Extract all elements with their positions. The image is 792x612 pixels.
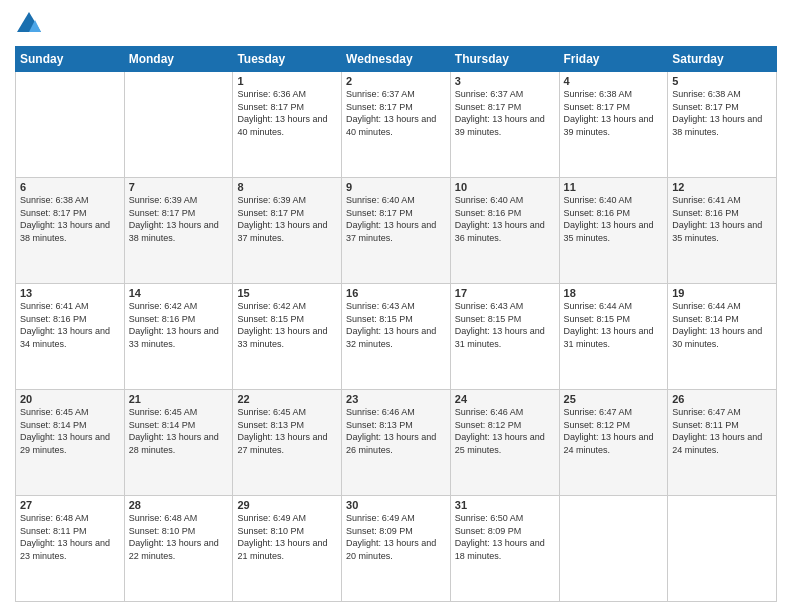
day-info: Sunrise: 6:42 AM Sunset: 8:16 PM Dayligh… [129,300,229,350]
day-info: Sunrise: 6:38 AM Sunset: 8:17 PM Dayligh… [20,194,120,244]
day-info: Sunrise: 6:41 AM Sunset: 8:16 PM Dayligh… [672,194,772,244]
day-number: 3 [455,75,555,87]
calendar-cell: 10Sunrise: 6:40 AM Sunset: 8:16 PM Dayli… [450,178,559,284]
day-info: Sunrise: 6:40 AM Sunset: 8:16 PM Dayligh… [564,194,664,244]
dow-header-saturday: Saturday [668,47,777,72]
calendar-cell: 26Sunrise: 6:47 AM Sunset: 8:11 PM Dayli… [668,390,777,496]
calendar-cell: 15Sunrise: 6:42 AM Sunset: 8:15 PM Dayli… [233,284,342,390]
day-number: 22 [237,393,337,405]
day-info: Sunrise: 6:45 AM Sunset: 8:14 PM Dayligh… [129,406,229,456]
calendar-cell [559,496,668,602]
day-number: 21 [129,393,229,405]
day-info: Sunrise: 6:43 AM Sunset: 8:15 PM Dayligh… [455,300,555,350]
calendar-cell: 19Sunrise: 6:44 AM Sunset: 8:14 PM Dayli… [668,284,777,390]
day-number: 23 [346,393,446,405]
calendar-cell: 5Sunrise: 6:38 AM Sunset: 8:17 PM Daylig… [668,72,777,178]
day-info: Sunrise: 6:45 AM Sunset: 8:13 PM Dayligh… [237,406,337,456]
day-info: Sunrise: 6:36 AM Sunset: 8:17 PM Dayligh… [237,88,337,138]
calendar-cell: 24Sunrise: 6:46 AM Sunset: 8:12 PM Dayli… [450,390,559,496]
calendar-cell: 13Sunrise: 6:41 AM Sunset: 8:16 PM Dayli… [16,284,125,390]
header [15,10,777,38]
calendar-cell: 17Sunrise: 6:43 AM Sunset: 8:15 PM Dayli… [450,284,559,390]
calendar-cell [16,72,125,178]
calendar-week-3: 20Sunrise: 6:45 AM Sunset: 8:14 PM Dayli… [16,390,777,496]
day-info: Sunrise: 6:39 AM Sunset: 8:17 PM Dayligh… [237,194,337,244]
calendar-cell: 28Sunrise: 6:48 AM Sunset: 8:10 PM Dayli… [124,496,233,602]
day-info: Sunrise: 6:47 AM Sunset: 8:11 PM Dayligh… [672,406,772,456]
day-number: 27 [20,499,120,511]
day-info: Sunrise: 6:38 AM Sunset: 8:17 PM Dayligh… [564,88,664,138]
calendar-cell: 1Sunrise: 6:36 AM Sunset: 8:17 PM Daylig… [233,72,342,178]
calendar-cell: 30Sunrise: 6:49 AM Sunset: 8:09 PM Dayli… [342,496,451,602]
day-number: 26 [672,393,772,405]
day-number: 24 [455,393,555,405]
calendar-cell: 11Sunrise: 6:40 AM Sunset: 8:16 PM Dayli… [559,178,668,284]
day-info: Sunrise: 6:40 AM Sunset: 8:17 PM Dayligh… [346,194,446,244]
dow-header-sunday: Sunday [16,47,125,72]
day-number: 25 [564,393,664,405]
calendar-cell: 6Sunrise: 6:38 AM Sunset: 8:17 PM Daylig… [16,178,125,284]
day-number: 29 [237,499,337,511]
day-number: 12 [672,181,772,193]
day-number: 15 [237,287,337,299]
calendar-cell: 29Sunrise: 6:49 AM Sunset: 8:10 PM Dayli… [233,496,342,602]
day-info: Sunrise: 6:42 AM Sunset: 8:15 PM Dayligh… [237,300,337,350]
day-number: 13 [20,287,120,299]
page: SundayMondayTuesdayWednesdayThursdayFrid… [0,0,792,612]
day-info: Sunrise: 6:49 AM Sunset: 8:09 PM Dayligh… [346,512,446,562]
dow-header-wednesday: Wednesday [342,47,451,72]
day-number: 5 [672,75,772,87]
day-info: Sunrise: 6:49 AM Sunset: 8:10 PM Dayligh… [237,512,337,562]
day-info: Sunrise: 6:47 AM Sunset: 8:12 PM Dayligh… [564,406,664,456]
calendar-table: SundayMondayTuesdayWednesdayThursdayFrid… [15,46,777,602]
day-info: Sunrise: 6:39 AM Sunset: 8:17 PM Dayligh… [129,194,229,244]
dow-header-friday: Friday [559,47,668,72]
dow-header-tuesday: Tuesday [233,47,342,72]
day-number: 30 [346,499,446,511]
calendar-cell: 9Sunrise: 6:40 AM Sunset: 8:17 PM Daylig… [342,178,451,284]
calendar-week-1: 6Sunrise: 6:38 AM Sunset: 8:17 PM Daylig… [16,178,777,284]
day-info: Sunrise: 6:46 AM Sunset: 8:13 PM Dayligh… [346,406,446,456]
day-info: Sunrise: 6:44 AM Sunset: 8:14 PM Dayligh… [672,300,772,350]
calendar-cell: 23Sunrise: 6:46 AM Sunset: 8:13 PM Dayli… [342,390,451,496]
day-info: Sunrise: 6:43 AM Sunset: 8:15 PM Dayligh… [346,300,446,350]
calendar-cell: 14Sunrise: 6:42 AM Sunset: 8:16 PM Dayli… [124,284,233,390]
day-of-week-header: SundayMondayTuesdayWednesdayThursdayFrid… [16,47,777,72]
calendar-cell: 8Sunrise: 6:39 AM Sunset: 8:17 PM Daylig… [233,178,342,284]
calendar-cell: 22Sunrise: 6:45 AM Sunset: 8:13 PM Dayli… [233,390,342,496]
day-info: Sunrise: 6:44 AM Sunset: 8:15 PM Dayligh… [564,300,664,350]
day-info: Sunrise: 6:50 AM Sunset: 8:09 PM Dayligh… [455,512,555,562]
day-number: 8 [237,181,337,193]
day-number: 19 [672,287,772,299]
calendar-cell: 18Sunrise: 6:44 AM Sunset: 8:15 PM Dayli… [559,284,668,390]
day-number: 7 [129,181,229,193]
day-number: 17 [455,287,555,299]
day-info: Sunrise: 6:40 AM Sunset: 8:16 PM Dayligh… [455,194,555,244]
calendar-week-4: 27Sunrise: 6:48 AM Sunset: 8:11 PM Dayli… [16,496,777,602]
dow-header-thursday: Thursday [450,47,559,72]
calendar-cell: 12Sunrise: 6:41 AM Sunset: 8:16 PM Dayli… [668,178,777,284]
logo [15,10,47,38]
dow-header-monday: Monday [124,47,233,72]
day-info: Sunrise: 6:38 AM Sunset: 8:17 PM Dayligh… [672,88,772,138]
calendar-cell: 25Sunrise: 6:47 AM Sunset: 8:12 PM Dayli… [559,390,668,496]
day-number: 10 [455,181,555,193]
day-info: Sunrise: 6:45 AM Sunset: 8:14 PM Dayligh… [20,406,120,456]
day-info: Sunrise: 6:41 AM Sunset: 8:16 PM Dayligh… [20,300,120,350]
day-number: 28 [129,499,229,511]
day-number: 4 [564,75,664,87]
calendar-cell: 3Sunrise: 6:37 AM Sunset: 8:17 PM Daylig… [450,72,559,178]
calendar-cell: 31Sunrise: 6:50 AM Sunset: 8:09 PM Dayli… [450,496,559,602]
day-info: Sunrise: 6:48 AM Sunset: 8:10 PM Dayligh… [129,512,229,562]
day-info: Sunrise: 6:46 AM Sunset: 8:12 PM Dayligh… [455,406,555,456]
calendar-cell: 7Sunrise: 6:39 AM Sunset: 8:17 PM Daylig… [124,178,233,284]
calendar-week-0: 1Sunrise: 6:36 AM Sunset: 8:17 PM Daylig… [16,72,777,178]
day-number: 1 [237,75,337,87]
calendar-cell [668,496,777,602]
day-number: 16 [346,287,446,299]
calendar-cell: 16Sunrise: 6:43 AM Sunset: 8:15 PM Dayli… [342,284,451,390]
day-info: Sunrise: 6:48 AM Sunset: 8:11 PM Dayligh… [20,512,120,562]
calendar-cell: 27Sunrise: 6:48 AM Sunset: 8:11 PM Dayli… [16,496,125,602]
calendar-cell [124,72,233,178]
calendar-cell: 4Sunrise: 6:38 AM Sunset: 8:17 PM Daylig… [559,72,668,178]
